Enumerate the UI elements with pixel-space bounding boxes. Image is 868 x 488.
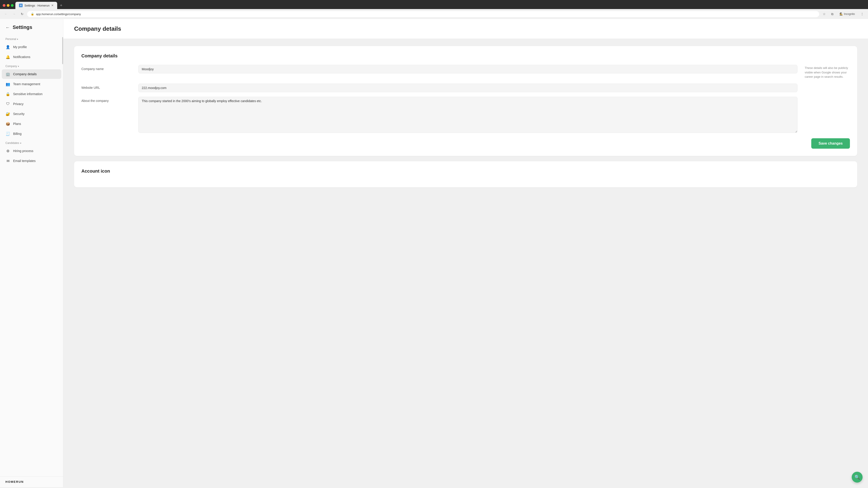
sidebar-item-company-details[interactable]: 🏢 Company details bbox=[2, 69, 61, 79]
browser-tab-active[interactable]: H Settings · Homerun ✕ bbox=[16, 2, 57, 9]
window-close[interactable] bbox=[3, 4, 5, 7]
notifications-icon: 🔔 bbox=[5, 55, 10, 59]
company-chevron-icon: ▾ bbox=[18, 65, 19, 68]
company-details-icon: 🏢 bbox=[5, 72, 10, 76]
account-icon-card: Account icon bbox=[74, 161, 857, 187]
sidebar-item-label: Billing bbox=[13, 132, 22, 135]
settings-back-button[interactable]: ← bbox=[5, 25, 10, 30]
sensitive-info-icon: 🔒 bbox=[5, 92, 10, 96]
candidates-section-label: Candidates ▾ bbox=[0, 139, 63, 146]
sidebar-item-label: Company details bbox=[13, 72, 37, 76]
sidebar-header: ← Settings bbox=[0, 19, 63, 35]
window-minimize[interactable] bbox=[7, 4, 9, 7]
new-tab-button[interactable]: + bbox=[58, 2, 64, 9]
app-container: ← Settings Personal ▾ 👤 My profile 🔔 Not… bbox=[0, 19, 868, 487]
browser-chrome: H Settings · Homerun ✕ + ← → ↻ 🔒 app.hom… bbox=[0, 0, 868, 19]
company-name-input[interactable] bbox=[138, 65, 798, 73]
sidebar-item-privacy[interactable]: 🛡 Privacy bbox=[2, 99, 61, 109]
about-company-textarea[interactable] bbox=[138, 97, 798, 133]
sidebar-item-my-profile[interactable]: 👤 My profile bbox=[2, 42, 61, 52]
address-bar[interactable]: 🔒 app.homerun.co/settings/company bbox=[27, 11, 819, 17]
sidebar-item-sensitive-information[interactable]: 🔒 Sensitive information bbox=[2, 89, 61, 99]
personal-section-label: Personal ▾ bbox=[0, 35, 63, 42]
about-company-inner: About the company bbox=[81, 97, 798, 134]
about-company-label: About the company bbox=[81, 97, 131, 134]
sidebar-item-label: Sensitive information bbox=[13, 92, 42, 96]
website-url-input[interactable] bbox=[138, 84, 798, 92]
website-url-field bbox=[138, 84, 798, 92]
sidebar-scrollbar-thumb[interactable] bbox=[62, 37, 63, 64]
email-templates-icon: ✉ bbox=[5, 158, 10, 163]
plans-icon: 📦 bbox=[5, 121, 10, 126]
chat-support-button[interactable]: 🔍 bbox=[852, 472, 863, 483]
sidebar-item-billing[interactable]: 🧾 Billing bbox=[2, 129, 61, 138]
sidebar: ← Settings Personal ▾ 👤 My profile 🔔 Not… bbox=[0, 19, 63, 487]
sidebar-item-plans[interactable]: 📦 Plans bbox=[2, 119, 61, 129]
sidebar-item-label: Team management bbox=[13, 82, 40, 86]
content-area: Company details Company name These detai… bbox=[63, 39, 868, 200]
account-icon-title: Account icon bbox=[81, 168, 850, 174]
about-company-row: About the company bbox=[81, 97, 850, 134]
save-changes-button[interactable]: Save changes bbox=[811, 138, 850, 149]
company-details-card: Company details Company name These detai… bbox=[74, 46, 857, 156]
company-name-row: Company name These details will also be … bbox=[81, 65, 850, 79]
form-hint: These details will also be publicly visi… bbox=[805, 65, 850, 79]
sidebar-item-label: Security bbox=[13, 112, 25, 116]
sidebar-item-email-templates[interactable]: ✉ Email templates bbox=[2, 156, 61, 166]
sidebar-item-label: My profile bbox=[13, 45, 27, 49]
tab-close-button[interactable]: ✕ bbox=[51, 4, 54, 7]
profile-icon: 👤 bbox=[5, 44, 10, 50]
sidebar-item-team-management[interactable]: 👥 Team management bbox=[2, 79, 61, 89]
security-icon: 🔐 bbox=[5, 111, 10, 116]
company-name-inner: Company name bbox=[81, 65, 798, 73]
sidebar-item-label: Notifications bbox=[13, 55, 30, 59]
sidebar-item-label: Privacy bbox=[13, 102, 24, 106]
personal-chevron-icon: ▾ bbox=[17, 38, 18, 40]
website-url-label: Website URL bbox=[81, 84, 131, 92]
about-company-field bbox=[138, 97, 798, 134]
team-management-icon: 👥 bbox=[5, 82, 10, 87]
sidebar-item-label: Email templates bbox=[13, 159, 36, 163]
hiring-process-icon: ⚙ bbox=[5, 149, 10, 153]
save-button-row: Save changes bbox=[81, 138, 850, 149]
bookmark-button[interactable]: ☆ bbox=[821, 11, 827, 17]
sidebar-item-hiring-process[interactable]: ⚙ Hiring process bbox=[2, 146, 61, 156]
page-title: Company details bbox=[74, 25, 857, 32]
back-button[interactable]: ← bbox=[3, 11, 9, 17]
privacy-icon: 🛡 bbox=[5, 101, 10, 106]
menu-button[interactable]: ⋮ bbox=[859, 11, 865, 17]
reload-button[interactable]: ↻ bbox=[19, 11, 25, 17]
sidebar-item-security[interactable]: 🔐 Security bbox=[2, 109, 61, 119]
company-name-field bbox=[138, 65, 798, 73]
homerun-logo: HOMERUN bbox=[0, 476, 63, 487]
window-maximize[interactable] bbox=[11, 4, 13, 7]
settings-title: Settings bbox=[13, 24, 32, 30]
website-url-inner: Website URL bbox=[81, 84, 798, 92]
sidebar-item-notifications[interactable]: 🔔 Notifications bbox=[2, 52, 61, 62]
company-section-label: Company ▾ bbox=[0, 62, 63, 69]
tab-title: Settings · Homerun bbox=[24, 4, 50, 7]
billing-icon: 🧾 bbox=[5, 131, 10, 136]
incognito-indicator: 🕵 Incognito bbox=[837, 11, 857, 17]
incognito-icon: 🕵 bbox=[839, 12, 843, 15]
url-text: app.homerun.co/settings/company bbox=[36, 12, 81, 16]
search-icon: 🔍 bbox=[855, 475, 860, 480]
candidates-chevron-icon: ▾ bbox=[20, 142, 21, 144]
split-view-button[interactable]: ⧉ bbox=[829, 11, 835, 17]
main-content: Company details Company details Company … bbox=[63, 19, 868, 487]
card-title: Company details bbox=[81, 53, 850, 59]
website-url-row: Website URL bbox=[81, 84, 850, 92]
tab-favicon: H bbox=[19, 4, 23, 7]
sidebar-item-label: Plans bbox=[13, 122, 21, 126]
company-name-label: Company name bbox=[81, 65, 131, 73]
lock-icon: 🔒 bbox=[31, 12, 34, 15]
page-header: Company details bbox=[63, 19, 868, 39]
forward-button[interactable]: → bbox=[11, 11, 17, 17]
sidebar-item-label: Hiring process bbox=[13, 149, 33, 153]
